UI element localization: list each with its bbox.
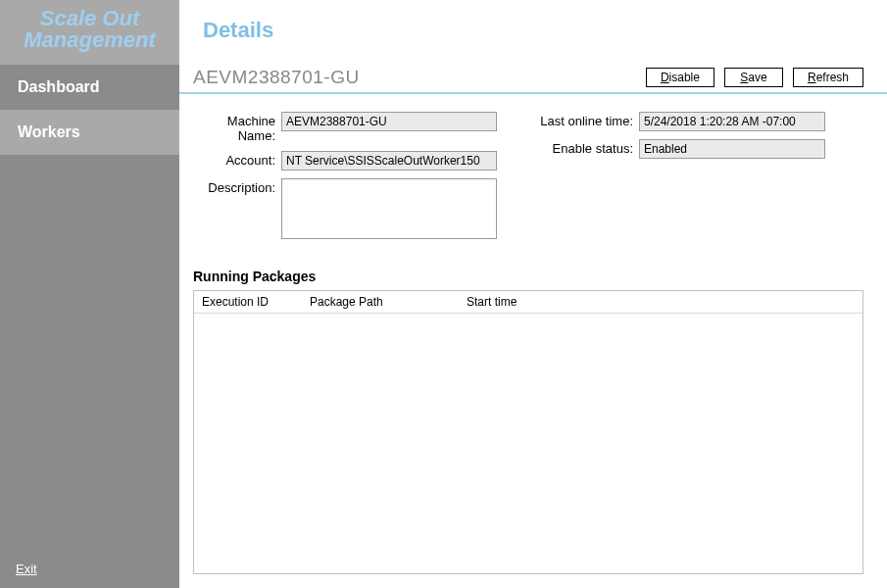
refresh-rest: efresh <box>816 71 849 84</box>
sidebar-spacer <box>0 155 179 554</box>
page-title: Details <box>203 18 887 43</box>
last-online-field[interactable] <box>639 112 825 131</box>
refresh-mnemonic: R <box>808 71 816 84</box>
running-packages-table: Execution ID Package Path Start time <box>193 290 863 574</box>
exit-link[interactable]: Exit <box>0 554 179 588</box>
running-packages: Running Packages Execution ID Package Pa… <box>193 269 863 574</box>
sidebar-nav: Dashboard Workers <box>0 65 179 155</box>
app-root: Scale Out Management Dashboard Workers E… <box>0 0 887 588</box>
enable-status-label: Enable status: <box>536 139 639 156</box>
disable-mnemonic: D <box>661 71 669 84</box>
sidebar-item-workers[interactable]: Workers <box>0 110 179 155</box>
section-details: AEVM2388701-GU Disable Save Refresh Mach… <box>179 63 887 574</box>
account-field[interactable] <box>281 151 497 171</box>
sidebar-item-label: Dashboard <box>18 78 100 95</box>
sidebar-item-label: Workers <box>18 123 80 140</box>
form-col-right: Last online time: Enable status: <box>536 112 825 239</box>
running-packages-title: Running Packages <box>193 269 863 284</box>
main-header: Details <box>179 0 887 63</box>
description-label: Description: <box>193 178 281 195</box>
exit-label: Exit <box>16 562 37 576</box>
col-start-time[interactable]: Start time <box>459 291 576 313</box>
row-machine-name: Machine Name: <box>193 112 497 143</box>
row-enable-status: Enable status: <box>536 139 825 159</box>
col-package-path[interactable]: Package Path <box>302 291 459 313</box>
machine-name-label: Machine Name: <box>193 112 281 143</box>
col-execution-id[interactable]: Execution ID <box>194 291 302 313</box>
refresh-button[interactable]: Refresh <box>793 68 863 87</box>
main-panel: Details AEVM2388701-GU Disable Save Refr… <box>179 0 887 588</box>
app-title: Scale Out Management <box>0 0 179 65</box>
app-title-line1: Scale Out <box>8 8 172 29</box>
last-online-label: Last online time: <box>536 112 639 128</box>
save-button[interactable]: Save <box>724 68 783 87</box>
worker-title-row: AEVM2388701-GU Disable Save Refresh <box>179 63 887 94</box>
disable-button[interactable]: Disable <box>646 68 715 87</box>
action-buttons: Disable Save Refresh <box>646 68 863 87</box>
form-col-left: Machine Name: Account: Description: <box>193 112 497 239</box>
sidebar: Scale Out Management Dashboard Workers E… <box>0 0 179 588</box>
form-grid: Machine Name: Account: Description: Last <box>193 112 863 239</box>
row-description: Description: <box>193 178 497 239</box>
table-header: Execution ID Package Path Start time <box>194 291 862 314</box>
col-spacer <box>576 291 862 313</box>
disable-rest: isable <box>669 71 700 84</box>
worker-id: AEVM2388701-GU <box>193 67 646 88</box>
description-field[interactable] <box>281 178 497 239</box>
row-account: Account: <box>193 151 497 171</box>
sidebar-item-dashboard[interactable]: Dashboard <box>0 65 179 110</box>
save-rest: ave <box>748 71 766 84</box>
row-last-online: Last online time: <box>536 112 825 131</box>
account-label: Account: <box>193 151 281 168</box>
enable-status-field[interactable] <box>639 139 825 159</box>
app-title-line2: Management <box>8 29 172 51</box>
machine-name-field[interactable] <box>281 112 497 131</box>
